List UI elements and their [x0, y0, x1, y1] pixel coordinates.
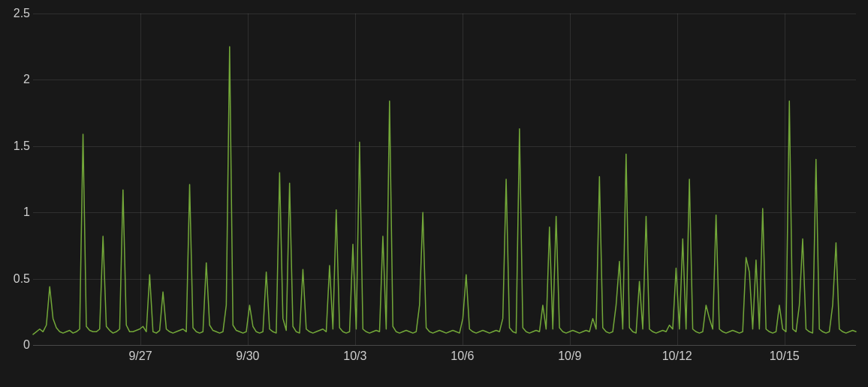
x-tick-label: 10/12 — [662, 350, 692, 363]
x-tick-label: 9/30 — [236, 350, 259, 363]
x-tick-label: 10/6 — [451, 350, 474, 363]
y-tick-label: 0.5 — [0, 272, 30, 286]
y-tick-label: 2 — [0, 73, 30, 86]
y-tick-label: 1 — [0, 206, 30, 219]
series-line — [33, 14, 856, 345]
y-tick-label: 2.5 — [0, 7, 30, 20]
x-tick-label: 9/27 — [128, 350, 152, 363]
chart-container: 0 0.5 1 1.5 2 2.5 9/27 9/30 10/3 10/6 10… — [0, 0, 868, 387]
x-tick-label: 10/9 — [558, 350, 581, 363]
plot-area[interactable] — [33, 14, 856, 346]
y-tick-label: 0 — [0, 338, 30, 352]
gridline-h — [33, 345, 856, 346]
line-path — [33, 46, 856, 334]
x-tick-label: 10/15 — [770, 350, 800, 363]
y-tick-label: 1.5 — [0, 140, 30, 153]
x-tick-label: 10/3 — [343, 350, 366, 363]
